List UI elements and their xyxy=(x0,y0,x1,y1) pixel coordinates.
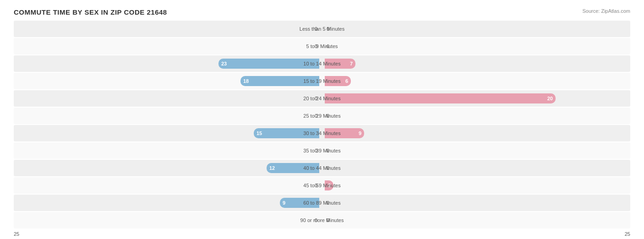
bar-right-side: 20 xyxy=(322,90,630,107)
male-bar: 18 xyxy=(240,76,319,86)
bar-right-side: 0 xyxy=(322,38,630,54)
table-row: 1240 to 44 Minutes0 xyxy=(14,160,630,176)
bar-right-side: 0 xyxy=(322,160,630,176)
table-row: 2310 to 14 Minutes7 xyxy=(14,55,630,72)
table-row: 025 to 29 Minutes0 xyxy=(14,108,630,124)
bar-left-side: 0 xyxy=(14,38,322,54)
female-bar: 7 xyxy=(325,59,355,69)
male-bar: 15 xyxy=(254,128,319,138)
table-row: 090 or more Minutes0 xyxy=(14,212,630,228)
female-value: 7 xyxy=(350,61,355,66)
bar-right-side: 6 xyxy=(322,73,630,89)
table-row: 020 to 24 Minutes20 xyxy=(14,90,630,107)
female-zero: 0 xyxy=(325,200,331,206)
female-bar: 2 xyxy=(325,180,333,190)
male-zero: 0 xyxy=(313,148,319,153)
table-row: 045 to 59 Minutes2 xyxy=(14,177,630,194)
bar-left-side: 15 xyxy=(14,125,322,141)
table-row: 1530 to 34 Minutes9 xyxy=(14,125,630,141)
female-zero: 0 xyxy=(325,165,331,171)
table-row: 05 to 9 Minutes0 xyxy=(14,38,630,54)
axis-row: 25 25 xyxy=(14,231,630,237)
male-value: 15 xyxy=(254,130,262,136)
female-value: 20 xyxy=(547,96,556,101)
female-bar: 6 xyxy=(325,76,351,86)
female-zero: 0 xyxy=(325,43,331,49)
male-zero: 0 xyxy=(313,113,319,119)
bar-left-side: 0 xyxy=(14,90,322,107)
source-label: Source: ZipAtlas.com xyxy=(582,8,630,14)
male-bar: 23 xyxy=(218,59,319,69)
table-row: 960 to 89 Minutes0 xyxy=(14,195,630,211)
bar-right-side: 7 xyxy=(322,55,630,72)
male-bar: 12 xyxy=(267,163,319,173)
male-zero: 0 xyxy=(313,217,319,223)
male-zero: 0 xyxy=(313,26,319,32)
bar-left-side: 0 xyxy=(14,212,322,228)
bar-left-side: 12 xyxy=(14,160,322,176)
bar-right-side: 0 xyxy=(322,212,630,228)
table-row: 035 to 39 Minutes0 xyxy=(14,142,630,159)
bar-left-side: 9 xyxy=(14,195,322,211)
bar-left-side: 23 xyxy=(14,55,322,72)
female-zero: 0 xyxy=(325,113,331,119)
bar-left-side: 0 xyxy=(14,142,322,159)
bar-left-side: 0 xyxy=(14,177,322,194)
bar-right-side: 0 xyxy=(322,108,630,124)
bar-left-side: 18 xyxy=(14,73,322,89)
bar-right-side: 2 xyxy=(322,177,630,194)
male-value: 18 xyxy=(240,78,249,84)
female-bar: 20 xyxy=(325,93,556,103)
table-row: 0Less than 5 Minutes0 xyxy=(14,21,630,37)
female-value: 6 xyxy=(345,78,351,84)
bar-right-side: 0 xyxy=(322,142,630,159)
chart-container: COMMUTE TIME BY SEX IN ZIP CODE 21648 So… xyxy=(0,0,644,239)
bar-right-side: 0 xyxy=(322,21,630,37)
bar-left-side: 0 xyxy=(14,21,322,37)
male-zero: 0 xyxy=(313,43,319,49)
bar-right-side: 9 xyxy=(322,125,630,141)
male-value: 23 xyxy=(218,61,227,66)
axis-right: 25 xyxy=(625,231,630,237)
female-zero: 0 xyxy=(325,148,331,153)
female-value: 2 xyxy=(328,183,333,188)
male-value: 12 xyxy=(267,165,275,171)
bar-left-side: 0 xyxy=(14,108,322,124)
male-zero: 0 xyxy=(313,183,319,188)
male-zero: 0 xyxy=(313,96,319,101)
female-bar: 9 xyxy=(325,128,364,138)
male-bar: 9 xyxy=(280,198,319,208)
rows-area: 0Less than 5 Minutes005 to 9 Minutes0231… xyxy=(14,21,630,229)
bar-right-side: 0 xyxy=(322,195,630,211)
female-zero: 0 xyxy=(325,26,331,32)
male-value: 9 xyxy=(280,200,285,206)
axis-left: 25 xyxy=(14,231,19,237)
chart-title: COMMUTE TIME BY SEX IN ZIP CODE 21648 xyxy=(14,8,630,16)
female-zero: 0 xyxy=(325,217,331,223)
table-row: 1815 to 19 Minutes6 xyxy=(14,73,630,89)
female-value: 9 xyxy=(359,130,364,136)
